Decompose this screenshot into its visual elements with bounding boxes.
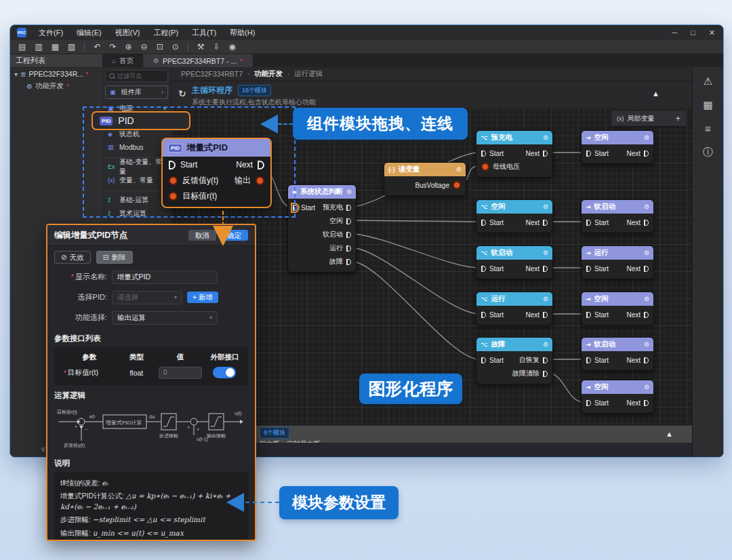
maximize-button[interactable]: □ [691, 28, 695, 37]
data-port[interactable] [169, 192, 178, 201]
open-folder-icon[interactable]: ▥ [35, 43, 42, 51]
menu-edit[interactable]: 编辑(E) [77, 28, 102, 38]
collapse-icon[interactable]: ▲ [652, 89, 659, 98]
save-file-icon[interactable]: ▦ [52, 43, 59, 51]
external-interface-toggle[interactable] [213, 367, 236, 378]
refresh-icon[interactable]: ↻ [178, 88, 186, 99]
flow-port[interactable] [543, 220, 548, 226]
close-folder-icon[interactable]: ▧ [68, 43, 75, 51]
menu-view[interactable]: 视图(V) [115, 28, 140, 38]
flow-port[interactable] [644, 357, 649, 363]
flow-port[interactable] [543, 266, 548, 272]
flow-port[interactable] [644, 220, 649, 226]
flow-port[interactable] [644, 266, 649, 272]
flow-port[interactable] [346, 232, 351, 238]
add-variable-button[interactable]: + [675, 113, 680, 123]
flow-port[interactable] [481, 266, 486, 272]
info-icon[interactable]: ⓘ [703, 146, 713, 159]
gear-icon[interactable]: ⚙ [543, 296, 548, 302]
breadcrumb-item[interactable]: PPEC32F334RBT7 [181, 70, 243, 78]
flow-port[interactable] [543, 312, 548, 318]
undo-icon[interactable]: ↶ [94, 43, 100, 51]
flow-port[interactable] [346, 205, 351, 211]
debug-icon[interactable]: ◉ [229, 43, 236, 51]
data-port[interactable] [453, 181, 461, 189]
tab-home[interactable]: ⌂首页 [102, 54, 144, 67]
flow-port[interactable] [481, 151, 486, 157]
menu-tools[interactable]: 工具(T) [192, 28, 216, 38]
flow-node-read-var[interactable]: {-}读变量⚙BusVoltage [384, 162, 466, 196]
collapse-icon[interactable]: ▲ [666, 430, 673, 438]
breadcrumb-item[interactable]: 功能开发 [254, 69, 283, 79]
flow-node-precharge[interactable]: ⌥预充电⚙StartNext母线电压 [476, 130, 553, 178]
flow-node-idle-state-4[interactable]: ⇥空闲⚙StartNext [581, 292, 654, 325]
flow-port[interactable] [481, 220, 486, 226]
build-icon[interactable]: ⚒ [197, 43, 205, 51]
menu-file[interactable]: 文件(F) [39, 28, 63, 38]
flash-icon[interactable]: ⇩ [214, 43, 220, 51]
component-item-pid-highlight[interactable]: PID PID [92, 111, 190, 130]
sidebar-item-func-dev[interactable]: ⚙功能开发* [10, 80, 102, 92]
flow-port[interactable] [586, 266, 591, 272]
flow-node-fault-branch[interactable]: ⌥故障⚙Start自恢复故障清除 [476, 337, 553, 384]
delete-button[interactable]: ⊟ 删除 [96, 251, 133, 264]
flow-port[interactable] [586, 220, 591, 226]
flow-node-softstart-branch[interactable]: ⌥软启动⚙StartNext [476, 245, 553, 279]
flow-port[interactable] [346, 245, 351, 252]
local-variables-panel[interactable]: (x) 局部变量 + [611, 110, 687, 127]
flow-port[interactable] [644, 151, 649, 157]
data-port[interactable] [481, 163, 489, 171]
gear-icon[interactable]: ⚙ [543, 249, 548, 256]
flow-port[interactable] [586, 400, 591, 406]
flow-node-idle-branch[interactable]: ⌥空闲⚙StartNext [476, 199, 553, 233]
locate-icon[interactable]: ⊙ [172, 43, 179, 51]
zoom-out-icon[interactable]: ⊖ [141, 43, 148, 51]
gear-icon[interactable]: ⚙ [644, 384, 649, 391]
flow-port[interactable] [346, 218, 351, 224]
function-select-dropdown[interactable]: 输出运算 ▾ [112, 311, 218, 325]
minimize-button[interactable]: ─ [672, 28, 677, 37]
add-pid-button[interactable]: + 新增 [187, 292, 218, 303]
flow-node-idle-state-1[interactable]: ⇥空闲⚙StartNext [581, 130, 654, 164]
breadcrumb-item[interactable]: 运行逻辑 [294, 69, 323, 79]
flow-port[interactable] [586, 312, 591, 318]
flow-node-sys-state-judge[interactable]: ◈系统状态判断⚙Start预充电空闲软启动运行故障 [287, 184, 357, 273]
sidebar-item-root[interactable]: ▾≣PPEC32F334R...* [10, 68, 102, 80]
flow-port[interactable] [543, 357, 548, 363]
display-name-input[interactable]: 增量式PID [112, 271, 218, 284]
gear-icon[interactable]: ⚙ [644, 341, 649, 348]
flow-port[interactable] [481, 357, 486, 363]
gear-icon[interactable]: ⚙ [543, 134, 548, 141]
fit-view-icon[interactable]: ⊡ [157, 43, 163, 51]
menu-help[interactable]: 帮助(H) [230, 28, 255, 38]
flow-port[interactable] [586, 357, 591, 363]
flow-port[interactable] [644, 312, 649, 318]
invalid-button[interactable]: ⊘ 无效 [54, 251, 91, 264]
flow-node-run-state-3[interactable]: ⇥运行⚙StartNext [581, 245, 654, 279]
select-pid-dropdown[interactable]: 请选择 ▾ [112, 291, 182, 304]
flow-port[interactable] [481, 312, 486, 318]
cancel-button[interactable]: 取消 [188, 230, 216, 241]
redo-icon[interactable]: ↷ [109, 43, 116, 51]
chip-icon[interactable]: ▦ [703, 99, 712, 111]
gear-icon[interactable]: ⚙ [644, 249, 649, 256]
flow-port[interactable] [258, 161, 264, 169]
data-port[interactable] [256, 176, 264, 185]
flow-port[interactable] [586, 151, 591, 157]
flow-port[interactable] [543, 151, 548, 157]
menu-project[interactable]: 工程(P) [153, 28, 178, 38]
flow-node-run-branch[interactable]: ⌥运行⚙StartNext [476, 292, 553, 325]
pid-node-popup[interactable]: PID 增量式PID Start Next 反馈值y(t) 输出 目标值r(t) [161, 138, 272, 208]
tab-project[interactable]: ⚙PPEC32F334RBT7 - ...* [144, 54, 253, 67]
register-icon[interactable]: ≡ [705, 123, 711, 134]
flow-node-softstart-state-5[interactable]: ⇥软启动⚙StartNext [581, 337, 654, 371]
flow-node-idle-state-5[interactable]: ⇥空闲⚙StartNext [581, 380, 654, 414]
gear-icon[interactable]: ⚙ [644, 203, 649, 210]
param-value-input[interactable]: 0 [159, 367, 202, 379]
filter-node-search[interactable]: 过滤节点 [105, 70, 168, 82]
flow-port[interactable] [543, 371, 548, 377]
flow-port[interactable] [169, 161, 176, 169]
flow-node-softstart-state-2[interactable]: ⇥软启动⚙StartNext [581, 199, 654, 233]
warning-icon[interactable]: ⚠ [704, 75, 712, 87]
gear-icon[interactable]: ⚙ [543, 203, 548, 210]
